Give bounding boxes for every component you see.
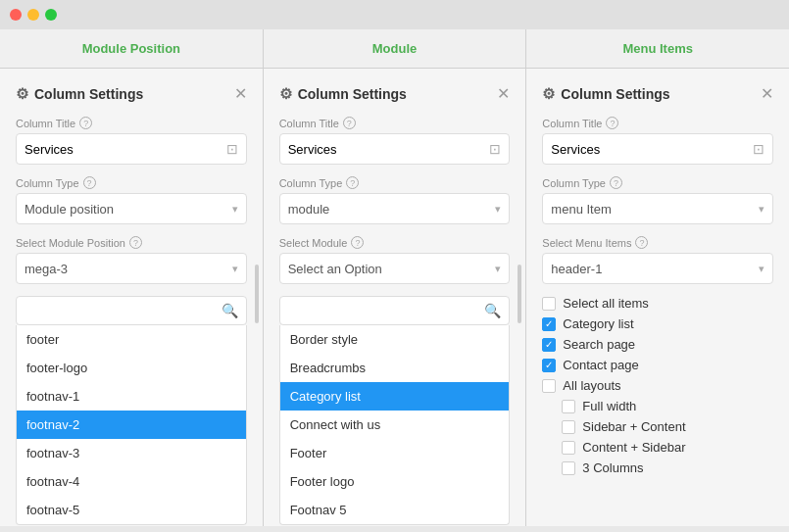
search-icon-2: 🔍 xyxy=(484,303,501,318)
help-icon-type-2[interactable]: ? xyxy=(346,176,359,189)
gear-icon-2: ⚙ xyxy=(279,85,292,103)
column-title-input-3[interactable]: Services ⊡ xyxy=(542,133,773,165)
checkbox-item[interactable]: Content + Sidebar xyxy=(542,440,773,455)
help-icon-2[interactable]: ? xyxy=(343,117,356,129)
select-module-dropdown[interactable]: Select an Option ▾ xyxy=(279,253,511,284)
column-module-position: ⚙ Column Settings ✕ Column Title ? Servi… xyxy=(0,69,264,526)
chevron-down-icon-pos: ▾ xyxy=(232,263,238,275)
list-item[interactable]: footer-logo xyxy=(17,354,246,382)
help-icon-3[interactable]: ? xyxy=(606,117,618,129)
list-item[interactable]: footer xyxy=(17,325,246,354)
list-item[interactable]: Footnav 5 xyxy=(280,496,510,524)
list-item-selected[interactable]: footnav-2 xyxy=(17,411,246,439)
checkbox-box[interactable] xyxy=(542,379,556,393)
column-menu-items: ⚙ Column Settings ✕ Column Title ? Servi… xyxy=(526,69,789,526)
checkbox-box[interactable] xyxy=(542,359,556,372)
gear-icon-3: ⚙ xyxy=(542,85,555,103)
close-button-1[interactable]: ✕ xyxy=(234,84,247,103)
label-select-menu: Select Menu Items ? xyxy=(542,236,773,249)
panel-title-label-2: Column Settings xyxy=(298,86,407,102)
panel-header-1: ⚙ Column Settings ✕ xyxy=(16,84,247,103)
checkbox-box[interactable] xyxy=(562,420,575,434)
checkbox-box[interactable] xyxy=(562,441,575,455)
panel-title-2: ⚙ Column Settings xyxy=(279,85,407,103)
checkbox-label: Sidebar + Content xyxy=(582,419,685,434)
checkbox-label: Full width xyxy=(582,399,636,413)
field-column-type-2: Column Type ? module ▾ xyxy=(279,176,511,224)
column-type-select-3[interactable]: menu Item ▾ xyxy=(542,193,773,224)
dropdown-list-1: footer footer-logo footnav-1 footnav-2 f… xyxy=(16,325,247,525)
gear-icon-1: ⚙ xyxy=(16,85,28,103)
checkbox-box[interactable] xyxy=(562,400,575,413)
close-button-3[interactable]: ✕ xyxy=(761,84,773,103)
field-column-type-3: Column Type ? menu Item ▾ xyxy=(542,176,773,224)
field-select-position: Select Module Position ? mega-3 ▾ xyxy=(16,236,247,284)
help-icon-type-1[interactable]: ? xyxy=(83,176,96,189)
checkbox-box[interactable] xyxy=(542,338,556,352)
checkbox-item[interactable]: Search page xyxy=(542,337,773,352)
search-input-2[interactable] xyxy=(288,304,485,318)
close-button-2[interactable]: ✕ xyxy=(497,84,510,103)
help-icon-menu[interactable]: ? xyxy=(635,236,648,249)
column-type-select-2[interactable]: module ▾ xyxy=(279,193,511,224)
copy-icon-1: ⊡ xyxy=(226,141,238,157)
checkbox-item[interactable]: All layouts xyxy=(542,378,773,393)
list-item[interactable]: Footer xyxy=(280,439,510,467)
label-column-title-1: Column Title ? xyxy=(16,117,247,129)
checkbox-label: 3 Columns xyxy=(582,460,643,475)
header-module: Module xyxy=(264,29,527,68)
checkbox-item[interactable]: Contact page xyxy=(542,358,773,372)
checkbox-item[interactable]: Select all items xyxy=(542,296,773,311)
checkbox-label: Contact page xyxy=(563,358,638,372)
column-type-select-1[interactable]: Module position ▾ xyxy=(16,193,247,224)
copy-icon-2: ⊡ xyxy=(489,141,501,157)
checkbox-box[interactable] xyxy=(542,317,556,331)
checkbox-item[interactable]: Full width xyxy=(542,399,773,413)
panel-title-label-3: Column Settings xyxy=(561,86,669,102)
select-position-dropdown[interactable]: mega-3 ▾ xyxy=(16,253,247,284)
column-module: ⚙ Column Settings ✕ Column Title ? Servi… xyxy=(264,69,527,526)
help-icon-pos[interactable]: ? xyxy=(129,236,142,249)
field-column-type-1: Column Type ? Module position ▾ xyxy=(16,176,247,224)
list-item-selected[interactable]: Category list xyxy=(280,382,510,411)
checkbox-list: Select all itemsCategory listSearch page… xyxy=(542,296,773,475)
copy-icon-3: ⊡ xyxy=(753,141,764,157)
column-headers: Module Position Module Menu Items xyxy=(0,29,789,69)
field-select-module: Select Module ? Select an Option ▾ xyxy=(279,236,511,284)
help-icon-type-3[interactable]: ? xyxy=(610,176,622,189)
select-menu-dropdown[interactable]: header-1 ▾ xyxy=(542,253,773,284)
column-title-input-2[interactable]: Services ⊡ xyxy=(279,133,511,165)
label-select-module: Select Module ? xyxy=(279,236,511,249)
list-item[interactable]: footnav-4 xyxy=(17,467,246,496)
help-icon-module[interactable]: ? xyxy=(351,236,364,249)
list-item[interactable]: footnav-3 xyxy=(17,439,246,467)
list-item[interactable]: Border style xyxy=(280,325,510,354)
list-item[interactable]: footnav-1 xyxy=(17,382,246,411)
label-column-title-3: Column Title ? xyxy=(542,117,773,129)
checkbox-box[interactable] xyxy=(562,461,575,475)
scrollbar-1 xyxy=(255,265,259,323)
checkbox-item[interactable]: Category list xyxy=(542,316,773,331)
chevron-down-icon-2: ▾ xyxy=(495,203,501,216)
search-box-2[interactable]: 🔍 xyxy=(279,296,511,325)
column-title-input-1[interactable]: Services ⊡ xyxy=(16,133,247,165)
checkbox-item[interactable]: 3 Columns xyxy=(542,460,773,475)
list-item[interactable]: Footer logo xyxy=(280,467,510,496)
dot-yellow[interactable] xyxy=(27,9,39,21)
help-icon-1[interactable]: ? xyxy=(79,117,92,129)
panel-title-3: ⚙ Column Settings xyxy=(542,85,669,103)
list-item[interactable]: Connect with us xyxy=(280,411,510,439)
chevron-down-icon-menu: ▾ xyxy=(759,263,764,275)
list-item[interactable]: footnav-5 xyxy=(17,496,246,524)
panel-title-1: ⚙ Column Settings xyxy=(16,85,143,103)
dropdown-list-2: Border style Breadcrumbs Category list C… xyxy=(279,325,511,525)
checkbox-box[interactable] xyxy=(542,297,556,311)
search-box-1[interactable]: 🔍 xyxy=(16,296,247,325)
checkbox-item[interactable]: Sidebar + Content xyxy=(542,419,773,434)
checkbox-label: Category list xyxy=(563,316,633,331)
list-item[interactable]: Breadcrumbs xyxy=(280,354,510,382)
dot-red[interactable] xyxy=(10,9,22,21)
main-columns: ⚙ Column Settings ✕ Column Title ? Servi… xyxy=(0,69,789,526)
search-input-1[interactable] xyxy=(25,304,222,318)
dot-green[interactable] xyxy=(45,9,57,21)
